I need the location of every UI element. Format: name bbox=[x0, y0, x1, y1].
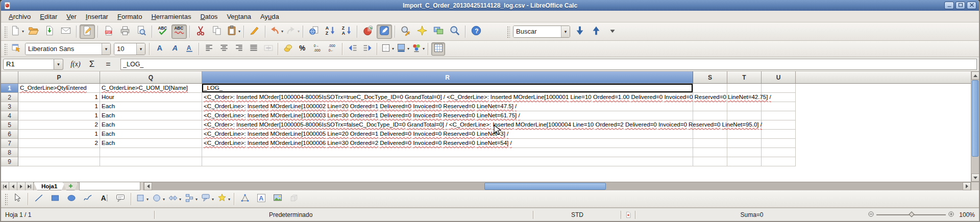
export-pdf-button[interactable]: PDF bbox=[101, 24, 116, 39]
increase-indent-button[interactable] bbox=[360, 42, 374, 56]
menu-formato[interactable]: Formato bbox=[113, 12, 146, 21]
basic-shapes-button[interactable]: ▾ bbox=[134, 192, 150, 206]
select-all-corner[interactable] bbox=[1, 71, 18, 84]
block-arrows-button[interactable]: ▾ bbox=[167, 192, 182, 206]
grid-filler[interactable] bbox=[796, 130, 972, 139]
sheet-tab-hoja1[interactable]: Hoja1 bbox=[34, 182, 65, 190]
row-header-7[interactable]: 7 bbox=[1, 139, 18, 148]
grid-filler[interactable] bbox=[796, 84, 972, 93]
row-header-8[interactable]: 8 bbox=[1, 148, 18, 157]
toolbar-grip[interactable] bbox=[4, 26, 7, 38]
horizontal-scrollbar[interactable] bbox=[143, 182, 971, 190]
find-next-button[interactable] bbox=[572, 24, 587, 39]
gallery-button[interactable] bbox=[431, 24, 446, 39]
horizontal-scroll-track[interactable] bbox=[152, 182, 963, 190]
cell-U9[interactable] bbox=[762, 157, 796, 166]
cell-U3[interactable] bbox=[762, 102, 796, 111]
ellipse-button[interactable] bbox=[64, 192, 79, 206]
percent-format-button[interactable]: % bbox=[296, 42, 310, 56]
cell-R5[interactable]: <C_Order>: Inserted MOrder[1000005-80006… bbox=[202, 120, 693, 130]
background-color-button[interactable]: ▾ bbox=[396, 42, 410, 56]
stars-button-dropdown[interactable]: ▾ bbox=[228, 197, 230, 202]
menu-editar[interactable]: Editar bbox=[35, 12, 62, 21]
select-pointer-button[interactable] bbox=[10, 192, 25, 206]
add-decimal-button[interactable]: 0→.000 bbox=[311, 42, 325, 56]
title-bar[interactable]: Import_C_Order_20130425114128_log.csv - … bbox=[1, 0, 979, 11]
column-header-Q[interactable]: Q bbox=[100, 71, 202, 84]
vertical-scroll-thumb[interactable] bbox=[972, 80, 978, 157]
page-style-label[interactable]: Predeterminado bbox=[155, 211, 533, 218]
column-header-U[interactable]: U bbox=[762, 71, 796, 84]
toolbar-grip[interactable] bbox=[4, 193, 8, 205]
cell-T3[interactable] bbox=[727, 102, 762, 111]
cell-P1[interactable]: C_OrderLine>QtyEntered bbox=[18, 84, 100, 93]
cell-S6[interactable] bbox=[693, 130, 727, 139]
scroll-up-button[interactable] bbox=[971, 71, 979, 80]
grid-filler[interactable] bbox=[796, 157, 972, 166]
cell-Q2[interactable]: Hour bbox=[100, 93, 202, 102]
cell-U5[interactable] bbox=[762, 120, 796, 130]
maximize-button[interactable] bbox=[955, 2, 965, 9]
vertical-scrollbar[interactable] bbox=[971, 71, 979, 182]
zoom-button[interactable] bbox=[447, 24, 462, 39]
row-header-6[interactable]: 6 bbox=[1, 130, 18, 139]
cell-Q7[interactable]: Each bbox=[100, 139, 202, 148]
cell-Q1[interactable]: C_OrderLine>C_UOM_ID[Name] bbox=[100, 84, 202, 93]
menu-insertar[interactable]: Insertar bbox=[81, 12, 113, 21]
grid-button[interactable] bbox=[431, 42, 445, 56]
fontwork-button[interactable]: A bbox=[254, 192, 269, 206]
grid[interactable]: PQRSTU1C_OrderLine>QtyEnteredC_OrderLine… bbox=[1, 71, 972, 182]
align-right-button[interactable] bbox=[232, 42, 246, 56]
cell-P7[interactable]: 2 bbox=[18, 139, 100, 148]
currency-format-button[interactable] bbox=[281, 42, 295, 56]
cell-S4[interactable] bbox=[693, 111, 727, 120]
last-sheet-button[interactable] bbox=[26, 182, 34, 190]
menu-datos[interactable]: Datos bbox=[195, 12, 222, 21]
menu-herramientas[interactable]: Herramientas bbox=[146, 12, 195, 21]
show-draw-functions-button[interactable] bbox=[377, 24, 392, 39]
paste-button-dropdown[interactable]: ▾ bbox=[238, 29, 240, 34]
font-size-combo-dropdown[interactable]: ▾ bbox=[136, 43, 145, 55]
grid-filler[interactable] bbox=[796, 111, 972, 120]
horizontal-scroll-thumb[interactable] bbox=[484, 183, 606, 190]
grid-filler[interactable] bbox=[796, 139, 972, 148]
menu-archivo[interactable]: Archivo bbox=[4, 12, 35, 21]
cell-R6[interactable]: <C_OrderLine>: Inserted MOrderLine[10000… bbox=[202, 130, 693, 139]
delete-decimal-button[interactable]: .0000← bbox=[326, 42, 339, 56]
row-header-3[interactable]: 3 bbox=[1, 102, 18, 111]
cell-T6[interactable] bbox=[727, 130, 762, 139]
email-button[interactable] bbox=[58, 24, 74, 39]
align-justify-button[interactable] bbox=[247, 42, 260, 56]
autospellcheck-button[interactable]: ABC bbox=[172, 24, 187, 39]
formula-button[interactable]: = bbox=[101, 58, 116, 70]
menu-ver[interactable]: Ver bbox=[62, 12, 81, 21]
copy-button[interactable] bbox=[209, 24, 225, 39]
navigator-button[interactable] bbox=[414, 24, 430, 39]
help-button[interactable]: ? bbox=[469, 24, 484, 39]
cell-R9[interactable] bbox=[202, 157, 693, 166]
cell-P9[interactable] bbox=[18, 157, 100, 166]
grid-filler[interactable] bbox=[796, 102, 972, 111]
cell-R3[interactable]: <C_OrderLine>: Inserted MOrderLine[10000… bbox=[202, 102, 693, 111]
basic-shapes-button-dropdown[interactable]: ▾ bbox=[146, 197, 149, 202]
sort-descending-button[interactable]: ZA bbox=[339, 24, 354, 39]
cell-Q6[interactable]: Each bbox=[100, 130, 202, 139]
align-center-button[interactable] bbox=[217, 42, 231, 56]
cell-P2[interactable]: 1 bbox=[18, 93, 100, 102]
row-header-1[interactable]: 1 bbox=[1, 84, 18, 93]
scroll-right-button[interactable] bbox=[963, 182, 971, 190]
cell-U7[interactable] bbox=[762, 139, 796, 148]
line-button[interactable] bbox=[31, 192, 46, 206]
zoom-thumb[interactable] bbox=[909, 211, 915, 217]
underline-button[interactable]: A bbox=[182, 42, 196, 56]
close-button[interactable] bbox=[967, 2, 976, 9]
name-box-dropdown[interactable]: ▾ bbox=[54, 59, 63, 70]
font-name-combo[interactable] bbox=[26, 43, 102, 55]
callouts-button[interactable]: ▾ bbox=[200, 192, 215, 206]
undo-button-dropdown[interactable]: ▾ bbox=[281, 29, 283, 34]
zoom-out-icon[interactable] bbox=[868, 211, 874, 219]
cell-P4[interactable]: 1 bbox=[18, 111, 100, 120]
menu-ventana[interactable]: Ventana bbox=[222, 12, 256, 21]
toolbar-options-button[interactable] bbox=[605, 24, 620, 39]
grid-filler[interactable] bbox=[796, 93, 972, 102]
